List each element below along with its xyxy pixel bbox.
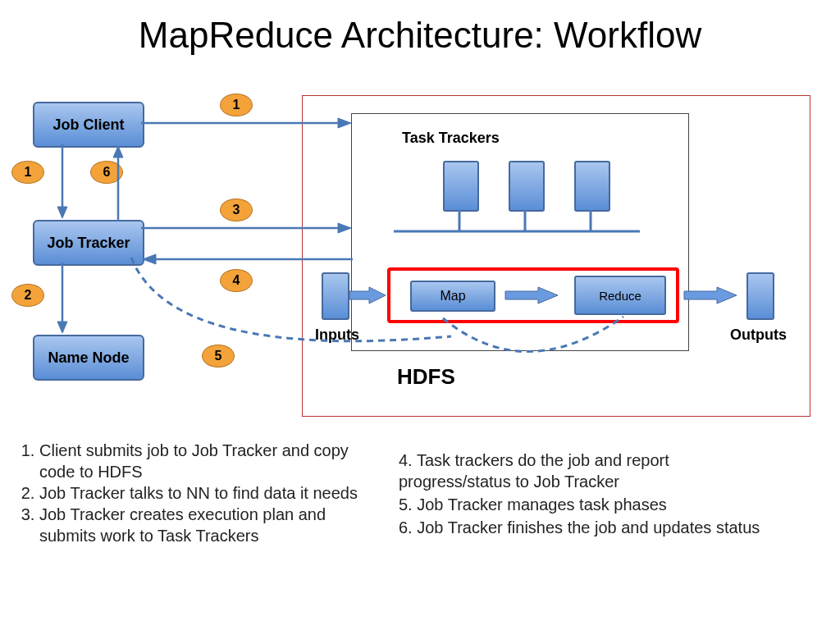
tracker-bus [386, 208, 648, 241]
reduce-box: Reduce [574, 276, 666, 315]
badge-3: 3 [220, 199, 253, 221]
step-3: Job Tracker creates execution plan and s… [39, 504, 379, 546]
svg-marker-5 [57, 207, 67, 218]
arrow-tracker-to-client [110, 144, 126, 221]
dashed-curve-2 [435, 312, 648, 394]
tracker-block-1 [443, 161, 479, 212]
arrow-client-to-tracker [54, 144, 71, 221]
svg-marker-17 [505, 287, 558, 304]
step-2: Job Tracker talks to NN to find data it … [39, 482, 379, 504]
svg-marker-18 [684, 287, 737, 304]
badge-2: 2 [11, 284, 44, 307]
svg-marker-7 [113, 146, 123, 158]
badge-1-top: 1 [220, 94, 253, 116]
tracker-block-2 [509, 161, 545, 212]
steps-right: 4. Task trackers do the job and report p… [399, 450, 784, 540]
arrow-1-right [141, 115, 353, 131]
step-6: 6. Job Tracker finishes the job and upda… [399, 517, 784, 538]
arrow-3-right [141, 220, 353, 236]
badge-1-left: 1 [11, 161, 44, 184]
svg-marker-9 [57, 322, 67, 333]
outputs-block [746, 272, 774, 320]
svg-marker-11 [338, 118, 351, 128]
tracker-block-3 [574, 161, 610, 212]
job-client-box: Job Client [33, 102, 144, 148]
page-title: MapReduce Architecture: Workflow [0, 0, 840, 56]
arrow-tracker-to-namenode [54, 262, 71, 336]
svg-marker-13 [338, 223, 351, 233]
step-5: 5. Job Tracker manages task phases [399, 494, 784, 515]
dashed-curve-1 [123, 254, 484, 377]
arrow-map-to-reduce [504, 285, 561, 305]
task-trackers-label: Task Trackers [402, 130, 500, 147]
step-4: 4. Task trackers do the job and report p… [399, 450, 784, 492]
arrow-reduce-to-output [682, 285, 740, 305]
step-1: Client submits job to Job Tracker and co… [39, 440, 379, 482]
steps-left: Client submits job to Job Tracker and co… [18, 440, 379, 546]
outputs-label: Outputs [730, 326, 787, 344]
